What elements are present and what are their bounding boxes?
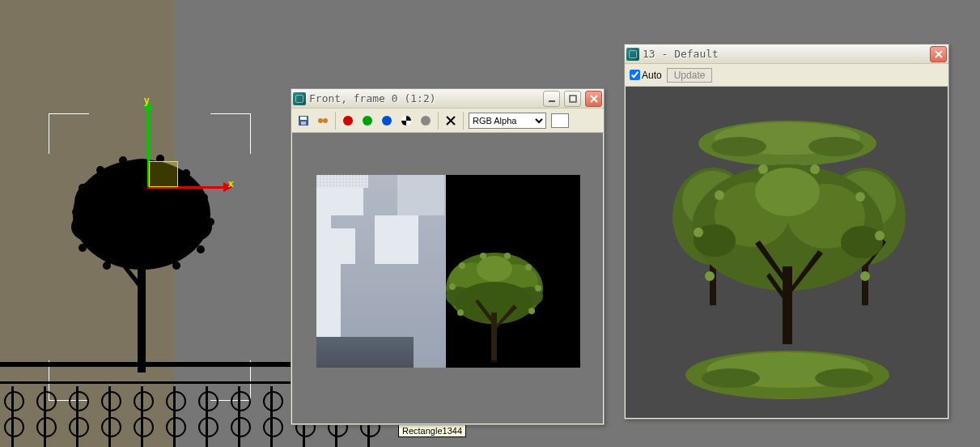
svg-point-24 [318, 118, 323, 123]
svg-point-38 [504, 253, 511, 259]
svg-point-14 [206, 218, 214, 226]
auto-checkbox-input[interactable] [630, 70, 640, 80]
channel-blue-button[interactable] [378, 112, 396, 130]
svg-rect-20 [570, 96, 576, 102]
toolbar-separator [463, 112, 464, 130]
svg-point-39 [525, 264, 532, 270]
app-icon [626, 48, 639, 61]
svg-point-29 [477, 256, 512, 282]
gizmo-x-label: x [228, 178, 234, 189]
svg-point-61 [715, 190, 724, 200]
svg-point-13 [200, 194, 208, 202]
render-viewport-area[interactable] [292, 133, 603, 424]
material-window-title: 13 - Default [643, 48, 926, 60]
svg-point-16 [172, 262, 180, 270]
toolbar-separator [335, 112, 336, 130]
channel-green-button[interactable] [358, 112, 376, 130]
svg-point-15 [197, 245, 205, 253]
svg-point-40 [535, 285, 541, 292]
render-titlebar[interactable]: Front, frame 0 (1:2) [291, 89, 604, 109]
svg-point-12 [182, 169, 190, 177]
svg-point-45 [711, 137, 766, 156]
svg-point-25 [323, 118, 328, 123]
object-tooltip: Rectangle1344 [398, 424, 466, 437]
svg-rect-23 [301, 121, 306, 125]
svg-point-70 [702, 368, 760, 388]
toolbar-separator [438, 112, 439, 130]
clone-button[interactable] [314, 112, 332, 130]
close-button[interactable] [930, 46, 947, 62]
svg-point-71 [815, 368, 873, 388]
svg-point-60 [694, 228, 703, 237]
svg-point-37 [480, 253, 486, 259]
svg-point-67 [705, 271, 715, 281]
channel-mono-button[interactable] [417, 112, 435, 130]
material-preview-window[interactable]: 13 - Default Auto Update [624, 44, 949, 419]
channel-select[interactable]: RGB Alpha [469, 113, 546, 129]
render-toolbar: RGB Alpha [291, 109, 604, 133]
svg-point-56 [755, 168, 820, 216]
svg-point-42 [457, 309, 464, 316]
svg-rect-19 [549, 100, 555, 102]
svg-point-41 [528, 308, 535, 314]
scene-tree-silhouette [65, 146, 218, 372]
svg-point-64 [855, 192, 865, 202]
maximize-button[interactable] [564, 91, 581, 107]
render-output-window[interactable]: Front, frame 0 (1:2) RGB Alpha [291, 88, 605, 425]
svg-point-66 [860, 271, 870, 281]
auto-checkbox-label: Auto [642, 70, 662, 81]
svg-point-18 [78, 244, 87, 252]
svg-point-34 [470, 360, 519, 368]
update-button[interactable]: Update [667, 68, 713, 83]
render-output-image [316, 175, 580, 368]
svg-point-9 [96, 166, 104, 174]
svg-point-7 [72, 208, 80, 216]
safeframe-corner [49, 113, 89, 154]
close-button[interactable] [585, 91, 602, 107]
svg-point-10 [119, 156, 127, 164]
material-toolbar: Auto Update [625, 64, 948, 87]
channel-alpha-button[interactable] [397, 112, 415, 130]
material-titlebar[interactable]: 13 - Default [625, 45, 948, 64]
auto-update-checkbox[interactable]: Auto [630, 70, 662, 81]
render-tree [438, 248, 551, 368]
svg-point-4 [71, 212, 107, 241]
svg-point-46 [808, 137, 863, 156]
gizmo-xy-plane[interactable] [149, 161, 178, 187]
material-preview-viewport[interactable] [626, 87, 948, 418]
render-window-title: Front, frame 0 (1:2) [309, 92, 539, 104]
clear-button[interactable] [442, 112, 460, 130]
material-preview-trees [626, 87, 949, 419]
svg-point-65 [875, 231, 885, 241]
save-image-button[interactable] [295, 112, 312, 130]
app-icon [293, 92, 306, 105]
svg-point-17 [103, 262, 111, 270]
minimize-button[interactable] [543, 91, 560, 107]
gizmo-y-label: y [144, 95, 150, 106]
svg-point-58 [841, 226, 883, 258]
channel-red-button[interactable] [339, 112, 357, 130]
svg-rect-22 [300, 117, 307, 120]
svg-point-35 [449, 283, 456, 290]
safeframe-corner [210, 113, 251, 154]
svg-point-8 [78, 184, 87, 192]
svg-point-63 [810, 164, 820, 174]
svg-point-36 [459, 262, 465, 269]
svg-point-62 [758, 164, 768, 174]
svg-point-5 [176, 212, 212, 241]
background-swatch[interactable] [551, 113, 569, 128]
